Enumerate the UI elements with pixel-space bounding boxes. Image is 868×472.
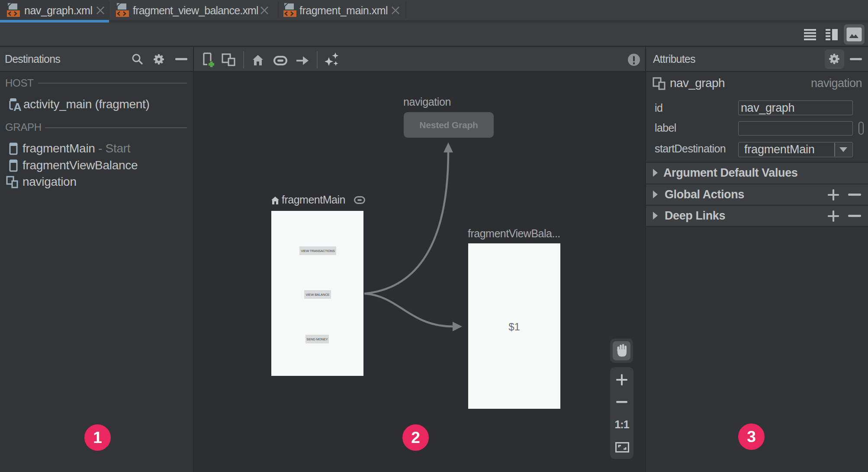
svg-text:A: A	[13, 100, 22, 111]
